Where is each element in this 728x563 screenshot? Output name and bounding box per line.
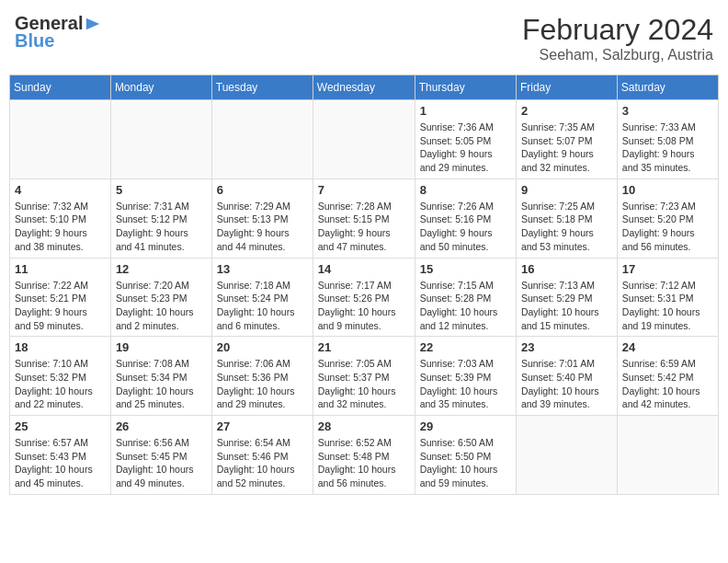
- calendar-week-row: 4Sunrise: 7:32 AM Sunset: 5:10 PM Daylig…: [10, 178, 719, 258]
- day-number: 28: [318, 419, 410, 433]
- day-number: 10: [622, 183, 713, 197]
- month-year-title: February 2024: [522, 13, 713, 47]
- calendar-cell: 18Sunrise: 7:10 AM Sunset: 5:32 PM Dayli…: [10, 337, 111, 416]
- calendar-cell: 16Sunrise: 7:13 AM Sunset: 5:29 PM Dayli…: [516, 258, 617, 337]
- calendar-cell: 28Sunrise: 6:52 AM Sunset: 5:48 PM Dayli…: [313, 416, 415, 495]
- day-number: 29: [420, 419, 511, 433]
- day-number: 9: [521, 183, 612, 197]
- calendar-cell: 10Sunrise: 7:23 AM Sunset: 5:20 PM Dayli…: [617, 178, 718, 258]
- weekday-header-saturday: Saturday: [617, 75, 718, 100]
- calendar-cell: [617, 416, 718, 495]
- location-subtitle: Seeham, Salzburg, Austria: [522, 47, 713, 63]
- calendar-header-row: SundayMondayTuesdayWednesdayThursdayFrid…: [10, 75, 719, 100]
- calendar-cell: 24Sunrise: 6:59 AM Sunset: 5:42 PM Dayli…: [617, 337, 718, 416]
- day-number: 2: [521, 104, 612, 118]
- calendar-cell: [10, 100, 111, 179]
- weekday-header-sunday: Sunday: [10, 75, 111, 100]
- calendar-cell: 9Sunrise: 7:25 AM Sunset: 5:18 PM Daylig…: [516, 178, 617, 258]
- calendar-cell: 29Sunrise: 6:50 AM Sunset: 5:50 PM Dayli…: [415, 416, 516, 495]
- day-info: Sunrise: 7:33 AM Sunset: 5:08 PM Dayligh…: [622, 121, 713, 175]
- day-info: Sunrise: 6:57 AM Sunset: 5:43 PM Dayligh…: [15, 436, 106, 490]
- calendar-cell: [313, 100, 415, 179]
- calendar-cell: [516, 416, 617, 495]
- calendar-cell: 26Sunrise: 6:56 AM Sunset: 5:45 PM Dayli…: [110, 416, 211, 495]
- day-info: Sunrise: 7:03 AM Sunset: 5:39 PM Dayligh…: [420, 357, 511, 411]
- day-number: 12: [116, 262, 207, 276]
- svg-marker-0: [86, 17, 99, 29]
- calendar-cell: 19Sunrise: 7:08 AM Sunset: 5:34 PM Dayli…: [110, 337, 211, 416]
- day-number: 3: [622, 104, 713, 118]
- day-info: Sunrise: 7:10 AM Sunset: 5:32 PM Dayligh…: [15, 357, 106, 411]
- calendar-cell: 1Sunrise: 7:36 AM Sunset: 5:05 PM Daylig…: [415, 100, 516, 179]
- day-number: 15: [420, 262, 511, 276]
- calendar-cell: 12Sunrise: 7:20 AM Sunset: 5:23 PM Dayli…: [110, 258, 211, 337]
- day-info: Sunrise: 7:18 AM Sunset: 5:24 PM Dayligh…: [217, 279, 308, 333]
- calendar-cell: 25Sunrise: 6:57 AM Sunset: 5:43 PM Dayli…: [10, 416, 111, 495]
- day-number: 27: [217, 419, 308, 433]
- day-number: 22: [420, 340, 511, 354]
- day-info: Sunrise: 7:25 AM Sunset: 5:18 PM Dayligh…: [521, 200, 612, 254]
- calendar-cell: [110, 100, 211, 179]
- weekday-header-thursday: Thursday: [415, 75, 516, 100]
- day-info: Sunrise: 7:26 AM Sunset: 5:16 PM Dayligh…: [420, 200, 511, 254]
- calendar-cell: 2Sunrise: 7:35 AM Sunset: 5:07 PM Daylig…: [516, 100, 617, 179]
- day-info: Sunrise: 7:22 AM Sunset: 5:21 PM Dayligh…: [15, 279, 106, 333]
- calendar-cell: 6Sunrise: 7:29 AM Sunset: 5:13 PM Daylig…: [211, 178, 313, 258]
- day-number: 21: [318, 340, 410, 354]
- day-info: Sunrise: 7:13 AM Sunset: 5:29 PM Dayligh…: [521, 279, 612, 333]
- weekday-header-wednesday: Wednesday: [313, 75, 415, 100]
- calendar-cell: 21Sunrise: 7:05 AM Sunset: 5:37 PM Dayli…: [313, 337, 415, 416]
- day-number: 23: [521, 340, 612, 354]
- calendar-cell: 3Sunrise: 7:33 AM Sunset: 5:08 PM Daylig…: [617, 100, 718, 179]
- day-info: Sunrise: 7:35 AM Sunset: 5:07 PM Dayligh…: [521, 121, 612, 175]
- day-info: Sunrise: 6:52 AM Sunset: 5:48 PM Dayligh…: [318, 436, 410, 490]
- day-number: 11: [15, 262, 106, 276]
- day-info: Sunrise: 7:23 AM Sunset: 5:20 PM Dayligh…: [622, 200, 713, 254]
- calendar-week-row: 25Sunrise: 6:57 AM Sunset: 5:43 PM Dayli…: [10, 416, 719, 495]
- calendar-week-row: 18Sunrise: 7:10 AM Sunset: 5:32 PM Dayli…: [10, 337, 719, 416]
- calendar-cell: 15Sunrise: 7:15 AM Sunset: 5:28 PM Dayli…: [415, 258, 516, 337]
- day-number: 6: [217, 183, 308, 197]
- day-info: Sunrise: 7:12 AM Sunset: 5:31 PM Dayligh…: [622, 279, 713, 333]
- day-info: Sunrise: 7:15 AM Sunset: 5:28 PM Dayligh…: [420, 279, 511, 333]
- calendar-cell: 14Sunrise: 7:17 AM Sunset: 5:26 PM Dayli…: [313, 258, 415, 337]
- weekday-header-monday: Monday: [110, 75, 211, 100]
- day-info: Sunrise: 7:20 AM Sunset: 5:23 PM Dayligh…: [116, 279, 207, 333]
- day-info: Sunrise: 7:29 AM Sunset: 5:13 PM Dayligh…: [217, 200, 308, 254]
- calendar-cell: 22Sunrise: 7:03 AM Sunset: 5:39 PM Dayli…: [415, 337, 516, 416]
- day-info: Sunrise: 7:28 AM Sunset: 5:15 PM Dayligh…: [318, 200, 410, 254]
- calendar-table: SundayMondayTuesdayWednesdayThursdayFrid…: [9, 75, 719, 495]
- calendar-cell: 7Sunrise: 7:28 AM Sunset: 5:15 PM Daylig…: [313, 178, 415, 258]
- day-info: Sunrise: 6:59 AM Sunset: 5:42 PM Dayligh…: [622, 357, 713, 411]
- day-number: 26: [116, 419, 207, 433]
- title-section: February 2024 Seeham, Salzburg, Austria: [522, 13, 713, 63]
- calendar-cell: 11Sunrise: 7:22 AM Sunset: 5:21 PM Dayli…: [10, 258, 111, 337]
- day-number: 14: [318, 262, 410, 276]
- day-number: 8: [420, 183, 511, 197]
- day-info: Sunrise: 7:08 AM Sunset: 5:34 PM Dayligh…: [116, 357, 207, 411]
- day-info: Sunrise: 7:32 AM Sunset: 5:10 PM Dayligh…: [15, 200, 106, 254]
- page-header: General Blue February 2024 Seeham, Salzb…: [9, 9, 719, 67]
- calendar-cell: [211, 100, 313, 179]
- day-number: 5: [116, 183, 207, 197]
- calendar-cell: 8Sunrise: 7:26 AM Sunset: 5:16 PM Daylig…: [415, 178, 516, 258]
- day-info: Sunrise: 7:06 AM Sunset: 5:36 PM Dayligh…: [217, 357, 308, 411]
- calendar-cell: 23Sunrise: 7:01 AM Sunset: 5:40 PM Dayli…: [516, 337, 617, 416]
- logo-flag-icon: [85, 16, 101, 32]
- day-number: 13: [217, 262, 308, 276]
- logo-blue-text: Blue: [15, 30, 54, 52]
- day-info: Sunrise: 6:54 AM Sunset: 5:46 PM Dayligh…: [217, 436, 308, 490]
- calendar-cell: 4Sunrise: 7:32 AM Sunset: 5:10 PM Daylig…: [10, 178, 111, 258]
- weekday-header-tuesday: Tuesday: [211, 75, 313, 100]
- calendar-cell: 17Sunrise: 7:12 AM Sunset: 5:31 PM Dayli…: [617, 258, 718, 337]
- day-number: 17: [622, 262, 713, 276]
- weekday-header-friday: Friday: [516, 75, 617, 100]
- calendar-cell: 20Sunrise: 7:06 AM Sunset: 5:36 PM Dayli…: [211, 337, 313, 416]
- day-number: 24: [622, 340, 713, 354]
- day-number: 25: [15, 419, 106, 433]
- day-number: 19: [116, 340, 207, 354]
- day-info: Sunrise: 7:01 AM Sunset: 5:40 PM Dayligh…: [521, 357, 612, 411]
- day-info: Sunrise: 7:05 AM Sunset: 5:37 PM Dayligh…: [318, 357, 410, 411]
- day-number: 20: [217, 340, 308, 354]
- day-info: Sunrise: 6:56 AM Sunset: 5:45 PM Dayligh…: [116, 436, 207, 490]
